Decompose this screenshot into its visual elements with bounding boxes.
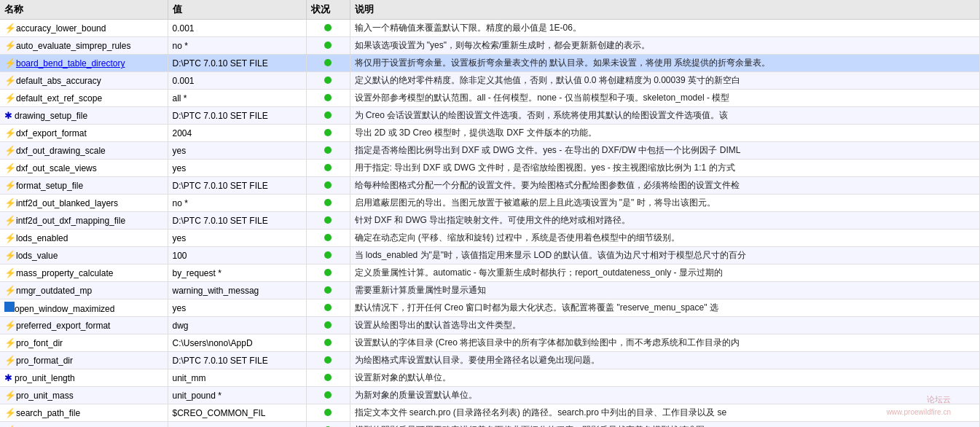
col-header-status[interactable]: 状况 xyxy=(306,0,350,20)
param-name: mass_property_calculate xyxy=(16,268,113,278)
param-name: board_bend_table_directory xyxy=(16,58,125,68)
status-cell xyxy=(306,352,350,369)
status-cell xyxy=(306,282,350,299)
col-header-value[interactable]: 值 xyxy=(168,0,306,20)
status-cell xyxy=(306,55,350,72)
status-cell xyxy=(306,299,350,317)
table-row[interactable]: ⚡board_bend_table_directoryD:\PTC 7.0.10… xyxy=(0,55,980,72)
param-name: pro_font_dir xyxy=(16,338,63,348)
name-cell: ⚡auto_evaluate_simprep_rules xyxy=(0,37,168,55)
table-row[interactable]: ⚡pro_font_dirC:\Users\nono\AppD设置默认的字体目录… xyxy=(0,334,980,352)
desc-cell: 设置默认的字体目录 (Creo 将把该目录中的所有字体都加载到绘图中，而不考虑系… xyxy=(350,334,980,352)
table-row[interactable]: ⚡dxf_out_scale_viewsyes用于指定: 导出到 DXF 或 D… xyxy=(0,160,980,177)
bolt-icon: ⚡ xyxy=(4,128,16,138)
table-row[interactable]: ⚡search_path_file$CREO_COMMON_FIL指定文本文件 … xyxy=(0,404,980,422)
table-row[interactable]: ✱drawing_setup_fileD:\PTC 7.0.10 SET FIL… xyxy=(0,107,980,125)
param-name: lods_enabled xyxy=(16,233,68,243)
value-cell: C:\Users\nono\AppD xyxy=(168,334,306,352)
bolt-icon: ⚡ xyxy=(4,180,16,191)
status-cell xyxy=(306,247,350,265)
name-cell: ⚡nmgr_outdated_mp xyxy=(0,282,168,299)
status-cell xyxy=(306,177,350,195)
table-row[interactable]: ⚡format_setup_fileD:\PTC 7.0.10 SET FILE… xyxy=(0,177,980,195)
table-row[interactable]: ⚡pro_unit_massunit_pound *为新对象的质量设置默认单位。 xyxy=(0,387,980,404)
desc-cell: 如果该选项设置为 "yes"，则每次检索/重新生成时，都会更新新创建的表示。 xyxy=(350,37,980,55)
status-cell xyxy=(306,37,350,55)
desc-cell: 定义默认的绝对零件精度。除非定义其他值，否则，默认值 0.0 将创建精度为 0.… xyxy=(350,72,980,90)
name-cell: ⚡dxf_out_scale_views xyxy=(0,160,168,177)
desc-cell: 指定文本文件 search.pro (目录路径名列表) 的路径。search.p… xyxy=(350,404,980,422)
value-cell: D:\PTC 7.0.10 SET FILE xyxy=(168,107,306,125)
status-dot xyxy=(324,111,332,119)
name-cell: ⚡pro_unit_mass xyxy=(0,387,168,404)
table-row[interactable]: ⚡dxf_out_drawing_scaleyes指定是否将绘图比例导出到 DX… xyxy=(0,142,980,160)
table-header-row: 名称 值 状况 说明 xyxy=(0,0,980,20)
value-cell: 0.001 xyxy=(168,72,306,90)
status-cell xyxy=(306,195,350,212)
table-row[interactable]: ⚡default_ext_ref_scopeall *设置外部参考模型的默认范围… xyxy=(0,90,980,107)
status-cell xyxy=(306,107,350,125)
bolt-icon: ⚡ xyxy=(4,23,16,34)
table-row[interactable]: ⚡intf2d_out_blanked_layersno *启用遮蔽层图元的导出… xyxy=(0,195,980,212)
table-row[interactable]: ⚡pro_format_dirD:\PTC 7.0.10 SET FILE为绘图… xyxy=(0,352,980,369)
name-cell: ⚡default_ext_ref_scope xyxy=(0,90,168,107)
table-row[interactable]: ⚡intf2d_out_dxf_mapping_fileD:\PTC 7.0.1… xyxy=(0,212,980,230)
status-dot xyxy=(324,234,332,241)
status-dot xyxy=(324,304,332,311)
desc-cell: 指定是否将绘图比例导出到 DXF 或 DWG 文件。yes - 在导出的 DXF… xyxy=(350,142,980,160)
status-dot xyxy=(324,24,332,31)
param-name: lods_value xyxy=(16,251,58,261)
col-header-name[interactable]: 名称 xyxy=(0,0,168,20)
table-row[interactable]: ⚡auto_evaluate_simprep_rulesno *如果该选项设置为… xyxy=(0,37,980,55)
value-cell: warning_with_messag xyxy=(168,282,306,299)
param-name: default_abs_accuracy xyxy=(16,76,101,86)
table-row[interactable]: ⚡mass_property_calculateby_request *定义质量… xyxy=(0,265,980,282)
name-cell: open_window_maximized xyxy=(0,299,168,317)
table-row[interactable]: ⚡default_abs_accuracy0.001定义默认的绝对零件精度。除非… xyxy=(0,72,980,90)
table-row[interactable]: open_window_maximizedyes默认情况下，打开任何 Creo … xyxy=(0,299,980,317)
desc-cell: 设置外部参考模型的默认范围。all - 任何模型。none - 仅当前模型和子项… xyxy=(350,90,980,107)
bolt-icon: ⚡ xyxy=(4,215,16,226)
status-cell xyxy=(306,142,350,160)
value-cell: D:\PTC 7.0.10 SET FILE xyxy=(168,55,306,72)
status-cell xyxy=(306,317,350,334)
value-cell: yes xyxy=(168,160,306,177)
status-dot xyxy=(324,164,332,171)
bolt-icon: ⚡ xyxy=(4,355,16,366)
desc-cell: 用于指定: 导出到 DXF 或 DWG 文件时，是否缩放绘图视图。yes - 按… xyxy=(350,160,980,177)
name-cell: ⚡intf2d_out_dxf_mapping_file xyxy=(0,212,168,230)
table-row[interactable]: ⚡nmgr_outdated_mpwarning_with_messag需要重新… xyxy=(0,282,980,299)
config-table-container: 名称 值 状况 说明 ⚡accuracy_lower_bound0.001输入一… xyxy=(0,0,980,427)
table-row[interactable]: ⚡shade_quality5模型的阴影质量可用于确定进行着色而将曲面细分的程度… xyxy=(0,422,980,428)
desc-cell: 默认情况下，打开任何 Creo 窗口时都为最大化状态。该配置将覆盖 "reser… xyxy=(350,299,980,317)
status-dot xyxy=(324,321,332,329)
col-header-desc[interactable]: 说明 xyxy=(350,0,980,20)
name-cell: ⚡mass_property_calculate xyxy=(0,265,168,282)
bolt-icon: ⚡ xyxy=(4,197,16,208)
table-row[interactable]: ⚡dxf_export_format2004导出 2D 或 3D Creo 模型… xyxy=(0,125,980,142)
value-cell: D:\PTC 7.0.10 SET FILE xyxy=(168,212,306,230)
bolt-icon: ⚡ xyxy=(4,250,16,261)
param-name: nmgr_outdated_mp xyxy=(16,286,92,296)
value-cell: yes xyxy=(168,142,306,160)
desc-cell: 导出 2D 或 3D Creo 模型时，提供选取 DXF 文件版本的功能。 xyxy=(350,125,980,142)
param-name: auto_evaluate_simprep_rules xyxy=(16,41,130,51)
param-name: search_path_file xyxy=(16,408,80,418)
table-row[interactable]: ✱pro_unit_lengthunit_mm设置新对象的默认单位。 xyxy=(0,369,980,387)
table-row[interactable]: ⚡lods_enabledyes确定在动态定向 (平移、缩放和旋转) 过程中，系… xyxy=(0,230,980,247)
table-row[interactable]: ⚡lods_value100当 lods_enabled 为"是"时，该值指定用… xyxy=(0,247,980,265)
status-dot xyxy=(324,59,332,66)
status-cell xyxy=(306,72,350,90)
bolt-icon: ⚡ xyxy=(4,232,16,243)
bolt-icon: ⚡ xyxy=(4,40,16,51)
param-name: preferred_export_format xyxy=(16,321,110,331)
value-cell: unit_pound * xyxy=(168,387,306,404)
bolt-icon: ⚡ xyxy=(4,58,16,68)
table-row[interactable]: ⚡preferred_export_formatdwg设置从绘图导出的默认首选导… xyxy=(0,317,980,334)
table-row[interactable]: ⚡accuracy_lower_bound0.001输入一个精确值来覆盖默认下限… xyxy=(0,20,980,37)
desc-cell: 输入一个精确值来覆盖默认下限。精度的最小值是 1E-06。 xyxy=(350,20,980,37)
status-cell xyxy=(306,20,350,37)
status-dot xyxy=(324,356,332,364)
status-dot xyxy=(324,391,332,399)
value-cell: no * xyxy=(168,37,306,55)
